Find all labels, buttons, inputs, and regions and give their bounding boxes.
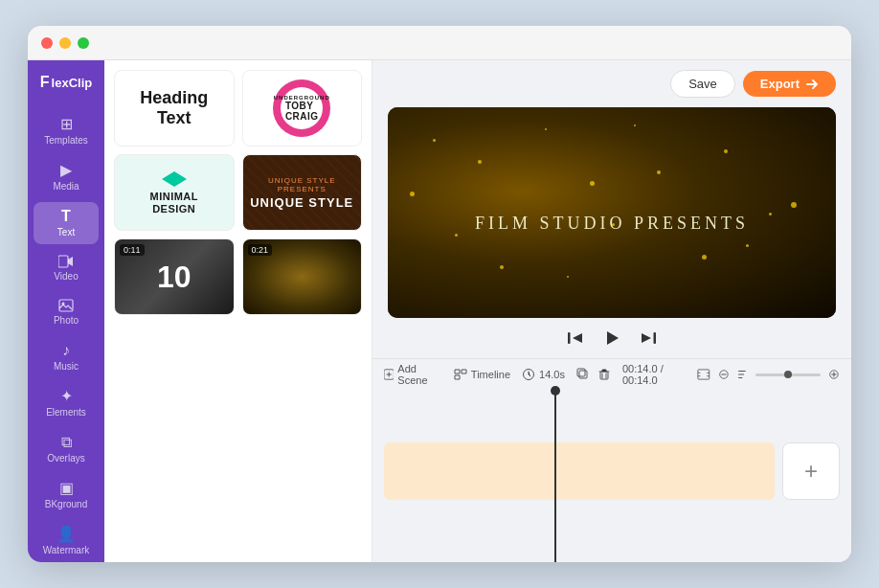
top-toolbar: Save Export: [372, 60, 851, 107]
sidebar-label-video: Video: [54, 271, 78, 282]
toby-text-container: UNDERGROUND TOBYCRAIG: [268, 75, 335, 142]
media-icon: ▶: [60, 163, 72, 178]
close-button[interactable]: [41, 37, 53, 49]
svg-rect-0: [58, 256, 68, 267]
toby-main-text: TOBYCRAIG: [285, 101, 319, 122]
sidebar-label-photo: Photo: [54, 315, 79, 326]
preview-background: Film Studio Presents: [388, 107, 836, 318]
delete-icon[interactable]: [597, 368, 611, 381]
particle: [455, 234, 458, 237]
overlays-icon: ⧉: [61, 435, 72, 450]
video-icon: [58, 255, 74, 268]
sidebar: F lexClip ⊞ Templates ▶ Media T Text: [28, 60, 104, 562]
unique-content: UNIQUE STYLE PRESENTS UNIQUE STYLE: [243, 170, 362, 215]
template-card-video1[interactable]: 10 0:11: [114, 238, 235, 315]
track-clip[interactable]: [384, 442, 775, 500]
timeline-track: +: [372, 390, 851, 562]
play-icon: [601, 328, 622, 349]
elements-icon: ✦: [60, 389, 73, 404]
sidebar-item-templates[interactable]: ⊞ Templates: [34, 110, 99, 152]
sidebar-item-overlays[interactable]: ⧉ Overlays: [34, 428, 99, 470]
logo-text: lexClip: [52, 76, 93, 90]
sidebar-label-bkground: BKground: [45, 499, 87, 509]
zoom-slider[interactable]: [755, 373, 821, 376]
templates-icon: ⊞: [60, 117, 73, 132]
export-button[interactable]: Export: [743, 71, 836, 97]
zoom-icon[interactable]: [736, 368, 748, 381]
sidebar-item-video[interactable]: Video: [34, 248, 99, 288]
maximize-button[interactable]: [78, 37, 89, 49]
particle: [500, 265, 504, 269]
sidebar-item-bkground[interactable]: ▣ BKground: [34, 474, 99, 516]
heading-text: Heading Text: [115, 79, 234, 138]
zoom-controls: 00:14.0 / 00:14.0: [622, 363, 840, 386]
video1-timer: 0:11: [120, 244, 145, 256]
sidebar-label-overlays: Overlays: [47, 453, 84, 464]
toby-ring-container: UNDERGROUND TOBYCRAIG: [268, 75, 335, 142]
unique-main-text: UNIQUE STYLE: [250, 195, 353, 210]
app-window: F lexClip ⊞ Templates ▶ Media T Text: [28, 26, 851, 562]
photo-icon: [58, 299, 74, 312]
particle: [410, 192, 415, 196]
sidebar-item-watermark[interactable]: 👤 Watermark: [34, 520, 99, 562]
sidebar-label-text: Text: [57, 227, 75, 237]
sidebar-item-music[interactable]: ♪ Music: [34, 336, 99, 378]
svg-rect-6: [568, 332, 571, 344]
template-card-minimal[interactable]: MINIMALDESIGN: [114, 154, 235, 231]
playhead[interactable]: [554, 390, 556, 562]
template-card-tobycraig[interactable]: UNDERGROUND TOBYCRAIG: [242, 70, 363, 147]
copy-icon[interactable]: [576, 368, 590, 381]
sidebar-item-elements[interactable]: ✦ Elements: [34, 382, 99, 424]
sidebar-label-media: Media: [53, 181, 79, 192]
title-bar: [28, 26, 851, 60]
bkground-icon: ▣: [59, 481, 74, 496]
minimal-diamond-icon: [160, 170, 189, 189]
minimize-button[interactable]: [59, 37, 71, 49]
svg-rect-12: [600, 372, 608, 379]
particle: [724, 149, 728, 153]
text-icon: T: [61, 209, 71, 224]
sidebar-label-watermark: Watermark: [43, 545, 90, 555]
particle: [634, 124, 636, 126]
fit-icon[interactable]: [697, 368, 710, 381]
timeline-button[interactable]: Timeline: [454, 369, 510, 380]
logo-icon: F: [40, 74, 50, 91]
duration-display: 14.0s: [522, 368, 565, 381]
export-label: Export: [760, 77, 800, 91]
particle: [478, 160, 482, 164]
svg-rect-10: [579, 371, 587, 378]
clock-icon: [522, 368, 535, 381]
particle: [657, 170, 661, 174]
zoom-thumb[interactable]: [784, 371, 792, 378]
sidebar-item-photo[interactable]: Photo: [34, 292, 99, 332]
template-card-unique[interactable]: UNIQUE STYLE PRESENTS UNIQUE STYLE: [242, 154, 363, 231]
app-body: F lexClip ⊞ Templates ▶ Media T Text: [28, 60, 851, 562]
sidebar-item-media[interactable]: ▶ Media: [34, 156, 99, 198]
next-button[interactable]: [640, 329, 657, 347]
video-controls: [372, 318, 851, 358]
logo: F lexClip: [40, 74, 92, 91]
zoom-out-icon[interactable]: [718, 368, 730, 381]
template-grid: Heading Text UNDERGROUND TOBYCRAIG: [114, 70, 362, 315]
particle: [545, 128, 547, 130]
timeline-icon: [454, 369, 467, 380]
zoom-in-icon[interactable]: [828, 368, 840, 381]
template-card-video2[interactable]: 0:21: [242, 238, 363, 315]
duration-value: 14.0s: [539, 369, 565, 380]
timeline-edit-icons: [576, 368, 611, 381]
content-panel: Heading Text UNDERGROUND TOBYCRAIG: [104, 60, 372, 562]
sidebar-label-elements: Elements: [46, 407, 86, 418]
sidebar-label-music: Music: [54, 361, 79, 372]
add-track-icon: +: [804, 458, 818, 485]
video-number: 10: [157, 260, 192, 295]
sidebar-item-text[interactable]: T Text: [34, 202, 99, 244]
template-card-heading[interactable]: Heading Text: [114, 70, 235, 147]
export-arrow-icon: [805, 78, 819, 91]
save-button[interactable]: Save: [670, 70, 735, 98]
track-add-button[interactable]: +: [782, 442, 840, 500]
play-button[interactable]: [601, 328, 622, 349]
prev-button[interactable]: [567, 329, 584, 347]
svg-rect-11: [577, 369, 585, 376]
sidebar-label-templates: Templates: [44, 135, 88, 146]
add-scene-button[interactable]: Add Scene: [384, 363, 442, 386]
